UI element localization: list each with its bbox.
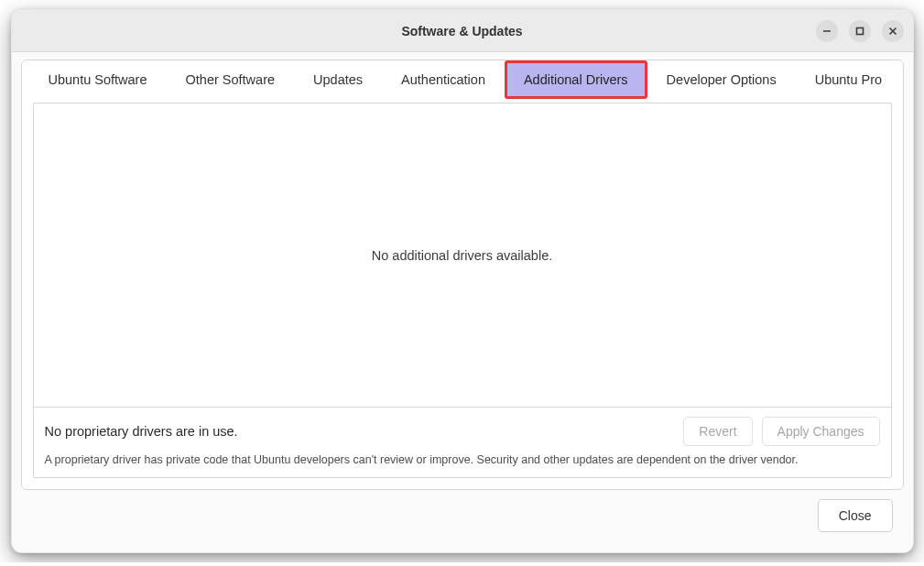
- window-controls: [816, 20, 904, 42]
- tab-ubuntu-pro[interactable]: Ubuntu Pro: [796, 60, 901, 99]
- button-label: Apply Changes: [777, 424, 864, 439]
- maximize-icon: [855, 27, 864, 36]
- minimize-button[interactable]: [816, 20, 838, 42]
- tab-developer-options[interactable]: Developer Options: [647, 60, 796, 99]
- tab-label: Other Software: [186, 72, 276, 87]
- maximize-button[interactable]: [849, 20, 871, 42]
- button-label: Revert: [699, 424, 736, 439]
- tab-label: Updates: [313, 72, 363, 87]
- empty-message: No additional drivers available.: [372, 248, 552, 263]
- tab-label: Additional Drivers: [524, 72, 628, 87]
- window-title: Software & Updates: [401, 24, 522, 38]
- svg-rect-1: [856, 27, 863, 34]
- additional-drivers-panel: No additional drivers available. No prop…: [33, 103, 892, 478]
- tab-other-software[interactable]: Other Software: [167, 60, 295, 99]
- tabbed-pane: Ubuntu Software Other Software Updates A…: [21, 60, 904, 490]
- button-label: Close: [839, 508, 872, 523]
- tab-ubuntu-software[interactable]: Ubuntu Software: [29, 60, 167, 99]
- content-area: Ubuntu Software Other Software Updates A…: [12, 52, 913, 552]
- tab-label: Ubuntu Pro: [815, 72, 882, 87]
- proprietary-hint: A proprietary driver has private code th…: [34, 452, 891, 477]
- tab-bar: Ubuntu Software Other Software Updates A…: [22, 60, 903, 99]
- status-text: No proprietary drivers are in use.: [45, 424, 675, 439]
- tab-authentication[interactable]: Authentication: [382, 60, 505, 99]
- tab-label: Developer Options: [667, 72, 777, 87]
- tab-label: Ubuntu Software: [49, 72, 147, 87]
- close-button[interactable]: Close: [818, 499, 893, 532]
- apply-changes-button[interactable]: Apply Changes: [762, 417, 880, 446]
- status-row: No proprietary drivers are in use. Rever…: [34, 408, 891, 452]
- titlebar: Software & Updates: [12, 10, 913, 52]
- minimize-icon: [822, 27, 832, 36]
- close-icon: [888, 27, 897, 36]
- dialog-footer: Close: [21, 490, 904, 543]
- app-window: Software & Updates Ubuntu Software Other…: [11, 9, 914, 553]
- tab-updates[interactable]: Updates: [294, 60, 382, 99]
- close-window-button[interactable]: [882, 20, 904, 42]
- tab-label: Authentication: [401, 72, 485, 87]
- tab-additional-drivers[interactable]: Additional Drivers: [505, 60, 647, 99]
- drivers-list-area: No additional drivers available.: [34, 103, 891, 408]
- revert-button[interactable]: Revert: [683, 417, 752, 446]
